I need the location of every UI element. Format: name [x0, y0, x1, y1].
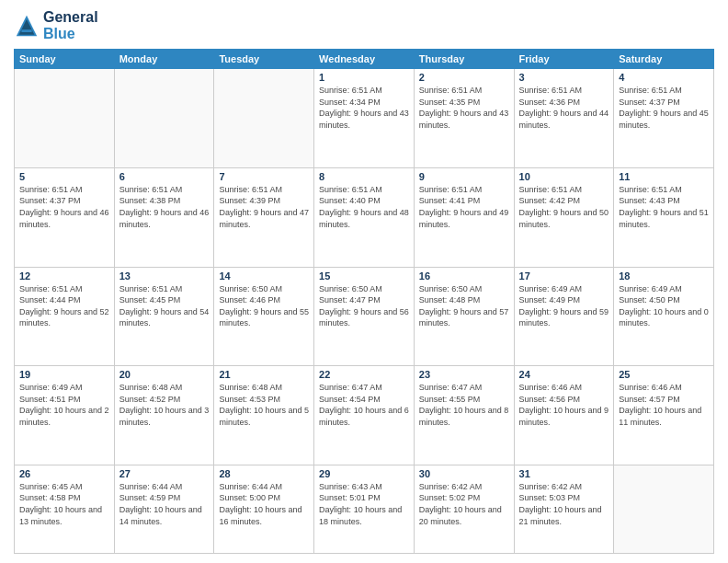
day-number: 26: [19, 468, 109, 479]
day-number: 22: [319, 369, 409, 380]
calendar-cell-w4-d0: 26Sunrise: 6:45 AM Sunset: 4:58 PM Dayli…: [15, 465, 115, 553]
weekday-header-row: SundayMondayTuesdayWednesdayThursdayFrid…: [15, 50, 714, 69]
day-info: Sunrise: 6:47 AM Sunset: 4:55 PM Dayligh…: [419, 382, 509, 428]
day-info: Sunrise: 6:51 AM Sunset: 4:40 PM Dayligh…: [319, 184, 409, 230]
day-number: 20: [119, 369, 210, 380]
day-number: 14: [219, 270, 309, 282]
day-number: 23: [419, 369, 509, 380]
calendar-cell-w0-d0: [15, 69, 115, 168]
calendar-cell-w2-d5: 17Sunrise: 6:49 AM Sunset: 4:49 PM Dayli…: [514, 267, 614, 366]
day-number: 4: [619, 72, 709, 83]
day-info: Sunrise: 6:51 AM Sunset: 4:43 PM Dayligh…: [619, 184, 709, 230]
calendar-cell-w0-d6: 4Sunrise: 6:51 AM Sunset: 4:37 PM Daylig…: [614, 69, 714, 168]
day-number: 12: [19, 270, 109, 282]
day-number: 9: [419, 171, 509, 182]
calendar-cell-w3-d2: 21Sunrise: 6:48 AM Sunset: 4:53 PM Dayli…: [214, 366, 314, 465]
day-info: Sunrise: 6:51 AM Sunset: 4:38 PM Dayligh…: [119, 184, 210, 230]
day-number: 19: [19, 369, 109, 380]
calendar-cell-w3-d0: 19Sunrise: 6:49 AM Sunset: 4:51 PM Dayli…: [15, 366, 115, 465]
day-number: 2: [419, 72, 509, 83]
calendar-cell-w1-d0: 5Sunrise: 6:51 AM Sunset: 4:37 PM Daylig…: [15, 167, 115, 267]
day-number: 27: [119, 468, 210, 479]
day-info: Sunrise: 6:42 AM Sunset: 5:03 PM Dayligh…: [519, 481, 609, 527]
calendar-cell-w3-d5: 24Sunrise: 6:46 AM Sunset: 4:56 PM Dayli…: [514, 366, 614, 465]
day-number: 5: [19, 171, 109, 182]
calendar-cell-w0-d5: 3Sunrise: 6:51 AM Sunset: 4:36 PM Daylig…: [514, 69, 614, 168]
day-number: 10: [519, 171, 609, 182]
weekday-header-wednesday: Wednesday: [314, 50, 415, 69]
calendar-page: General Blue SundayMondayTuesdayWednesda…: [0, 0, 728, 563]
day-info: Sunrise: 6:51 AM Sunset: 4:35 PM Dayligh…: [419, 85, 509, 131]
calendar-cell-w3-d6: 25Sunrise: 6:46 AM Sunset: 4:57 PM Dayli…: [614, 366, 714, 465]
calendar-cell-w3-d3: 22Sunrise: 6:47 AM Sunset: 4:54 PM Dayli…: [314, 366, 415, 465]
calendar-cell-w1-d6: 11Sunrise: 6:51 AM Sunset: 4:43 PM Dayli…: [614, 167, 714, 267]
calendar-cell-w4-d1: 27Sunrise: 6:44 AM Sunset: 4:59 PM Dayli…: [114, 465, 214, 553]
day-info: Sunrise: 6:48 AM Sunset: 4:53 PM Dayligh…: [219, 382, 309, 428]
day-info: Sunrise: 6:49 AM Sunset: 4:49 PM Dayligh…: [519, 283, 609, 329]
calendar-cell-w2-d3: 15Sunrise: 6:50 AM Sunset: 4:47 PM Dayli…: [314, 267, 415, 366]
day-info: Sunrise: 6:49 AM Sunset: 4:51 PM Dayligh…: [19, 382, 109, 428]
logo-icon: [14, 13, 40, 39]
week-row-1: 5Sunrise: 6:51 AM Sunset: 4:37 PM Daylig…: [15, 167, 714, 267]
day-info: Sunrise: 6:51 AM Sunset: 4:34 PM Dayligh…: [319, 85, 409, 131]
day-number: 30: [419, 468, 509, 479]
day-number: 29: [319, 468, 409, 479]
week-row-4: 26Sunrise: 6:45 AM Sunset: 4:58 PM Dayli…: [15, 465, 714, 553]
calendar-cell-w2-d1: 13Sunrise: 6:51 AM Sunset: 4:45 PM Dayli…: [114, 267, 214, 366]
calendar-cell-w4-d3: 29Sunrise: 6:43 AM Sunset: 5:01 PM Dayli…: [314, 465, 415, 553]
calendar-cell-w1-d2: 7Sunrise: 6:51 AM Sunset: 4:39 PM Daylig…: [214, 167, 314, 267]
day-info: Sunrise: 6:51 AM Sunset: 4:37 PM Dayligh…: [619, 85, 709, 131]
day-number: 8: [319, 171, 409, 182]
calendar-cell-w2-d0: 12Sunrise: 6:51 AM Sunset: 4:44 PM Dayli…: [15, 267, 115, 366]
weekday-header-thursday: Thursday: [414, 50, 514, 69]
day-number: 11: [619, 171, 709, 182]
calendar-cell-w1-d5: 10Sunrise: 6:51 AM Sunset: 4:42 PM Dayli…: [514, 167, 614, 267]
day-info: Sunrise: 6:51 AM Sunset: 4:42 PM Dayligh…: [519, 184, 609, 230]
day-info: Sunrise: 6:51 AM Sunset: 4:41 PM Dayligh…: [419, 184, 509, 230]
day-number: 1: [319, 72, 409, 83]
calendar-cell-w2-d6: 18Sunrise: 6:49 AM Sunset: 4:50 PM Dayli…: [614, 267, 714, 366]
day-info: Sunrise: 6:50 AM Sunset: 4:47 PM Dayligh…: [319, 283, 409, 329]
day-info: Sunrise: 6:51 AM Sunset: 4:45 PM Dayligh…: [119, 283, 210, 329]
week-row-2: 12Sunrise: 6:51 AM Sunset: 4:44 PM Dayli…: [15, 267, 714, 366]
day-info: Sunrise: 6:44 AM Sunset: 4:59 PM Dayligh…: [119, 481, 210, 527]
week-row-3: 19Sunrise: 6:49 AM Sunset: 4:51 PM Dayli…: [15, 366, 714, 465]
calendar-cell-w4-d2: 28Sunrise: 6:44 AM Sunset: 5:00 PM Dayli…: [214, 465, 314, 553]
calendar-cell-w1-d3: 8Sunrise: 6:51 AM Sunset: 4:40 PM Daylig…: [314, 167, 415, 267]
weekday-header-monday: Monday: [114, 50, 214, 69]
calendar-cell-w4-d6: [614, 465, 714, 553]
day-info: Sunrise: 6:47 AM Sunset: 4:54 PM Dayligh…: [319, 382, 409, 428]
day-number: 25: [619, 369, 709, 380]
day-info: Sunrise: 6:45 AM Sunset: 4:58 PM Dayligh…: [19, 481, 109, 527]
calendar-cell-w2-d2: 14Sunrise: 6:50 AM Sunset: 4:46 PM Dayli…: [214, 267, 314, 366]
day-number: 16: [419, 270, 509, 282]
calendar-cell-w4-d4: 30Sunrise: 6:42 AM Sunset: 5:02 PM Dayli…: [414, 465, 514, 553]
day-number: 6: [119, 171, 210, 182]
calendar-cell-w2-d4: 16Sunrise: 6:50 AM Sunset: 4:48 PM Dayli…: [414, 267, 514, 366]
weekday-header-friday: Friday: [514, 50, 614, 69]
day-info: Sunrise: 6:51 AM Sunset: 4:44 PM Dayligh…: [19, 283, 109, 329]
logo-text: General Blue: [43, 9, 98, 41]
day-info: Sunrise: 6:50 AM Sunset: 4:48 PM Dayligh…: [419, 283, 509, 329]
day-number: 15: [319, 270, 409, 282]
day-number: 31: [519, 468, 609, 479]
day-info: Sunrise: 6:42 AM Sunset: 5:02 PM Dayligh…: [419, 481, 509, 527]
calendar-cell-w3-d4: 23Sunrise: 6:47 AM Sunset: 4:55 PM Dayli…: [414, 366, 514, 465]
day-info: Sunrise: 6:43 AM Sunset: 5:01 PM Dayligh…: [319, 481, 409, 527]
calendar-cell-w0-d3: 1Sunrise: 6:51 AM Sunset: 4:34 PM Daylig…: [314, 69, 415, 168]
day-info: Sunrise: 6:50 AM Sunset: 4:46 PM Dayligh…: [219, 283, 309, 329]
calendar-cell-w1-d4: 9Sunrise: 6:51 AM Sunset: 4:41 PM Daylig…: [414, 167, 514, 267]
header: General Blue: [14, 9, 714, 41]
weekday-header-tuesday: Tuesday: [214, 50, 314, 69]
calendar-cell-w3-d1: 20Sunrise: 6:48 AM Sunset: 4:52 PM Dayli…: [114, 366, 214, 465]
day-info: Sunrise: 6:51 AM Sunset: 4:39 PM Dayligh…: [219, 184, 309, 230]
day-info: Sunrise: 6:46 AM Sunset: 4:56 PM Dayligh…: [519, 382, 609, 428]
day-number: 18: [619, 270, 709, 282]
day-number: 17: [519, 270, 609, 282]
logo: General Blue: [14, 9, 98, 41]
day-number: 28: [219, 468, 309, 479]
day-info: Sunrise: 6:44 AM Sunset: 5:00 PM Dayligh…: [219, 481, 309, 527]
day-info: Sunrise: 6:51 AM Sunset: 4:37 PM Dayligh…: [19, 184, 109, 230]
day-number: 13: [119, 270, 210, 282]
day-number: 3: [519, 72, 609, 83]
